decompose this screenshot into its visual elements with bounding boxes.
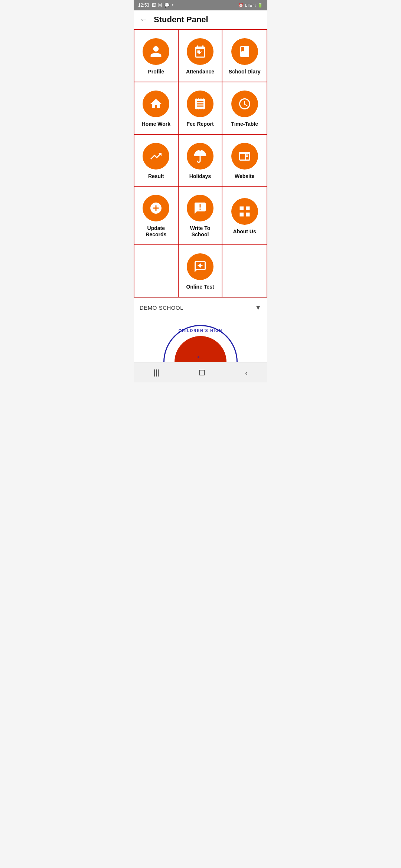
holidays-icon-circle xyxy=(187,143,213,170)
chat-icon: 💬 xyxy=(164,3,170,8)
status-bar: 12:53 🖼 M 💬 • ⏰ LTE↑↓ 🔋 xyxy=(134,0,267,10)
grid-item-empty-1 xyxy=(134,245,179,297)
nav-home-button[interactable]: ☐ xyxy=(191,366,213,379)
nav-bar: ||| ☐ ‹ xyxy=(134,362,267,382)
about-us-label: About Us xyxy=(233,228,256,235)
grid-row-4: Online Test xyxy=(134,245,267,297)
back-chevron-icon: ‹ xyxy=(245,368,248,377)
online-test-icon-circle xyxy=(187,253,213,280)
attendance-label: Attendance xyxy=(186,69,214,75)
alarm-icon: ⏰ xyxy=(238,3,244,8)
profile-label: Profile xyxy=(148,69,164,75)
page-title: Student Panel xyxy=(154,15,208,24)
home-work-label: Home Work xyxy=(142,121,171,127)
grid-item-time-table[interactable]: Time-Table xyxy=(222,82,267,134)
logo-area: CHILDREN'S HIGH E... xyxy=(134,318,267,362)
svg-rect-1 xyxy=(246,156,248,157)
fee-report-icon-circle xyxy=(187,91,213,117)
grid-item-fee-report[interactable]: Fee Report xyxy=(179,82,223,134)
mail-icon: M xyxy=(158,3,162,8)
grid-row-1: Home WorkFee ReportTime-Table xyxy=(134,82,267,135)
grid-item-result[interactable]: Result xyxy=(134,135,179,186)
menu-lines-icon: ||| xyxy=(153,368,159,377)
holidays-label: Holidays xyxy=(189,173,211,180)
nav-menu-button[interactable]: ||| xyxy=(146,366,167,379)
svg-rect-0 xyxy=(246,154,248,155)
grid-row-0: ProfileAttendanceSchool Diary xyxy=(134,30,267,82)
grid-item-update-records[interactable]: Update Records xyxy=(134,187,179,244)
write-to-school-icon-circle xyxy=(187,195,213,221)
write-to-school-label: Write To School xyxy=(182,225,218,238)
battery-icon: 🔋 xyxy=(258,3,263,8)
dot-icon: • xyxy=(172,3,173,8)
header: ← Student Panel xyxy=(134,10,267,29)
time-table-label: Time-Table xyxy=(231,121,258,127)
update-records-icon-circle xyxy=(143,195,169,221)
grid-item-holidays[interactable]: Holidays xyxy=(179,135,223,186)
grid-item-home-work[interactable]: Home Work xyxy=(134,82,179,134)
status-left: 12:53 🖼 M 💬 • xyxy=(138,3,173,8)
photo-icon: 🖼 xyxy=(151,3,156,8)
nav-back-button[interactable]: ‹ xyxy=(238,366,255,379)
school-selector[interactable]: DEMO SCHOOL ▼ xyxy=(134,297,267,318)
grid-item-empty-2 xyxy=(222,245,267,297)
school-diary-icon-circle xyxy=(231,38,258,65)
dropdown-arrow-icon: ▼ xyxy=(255,304,261,312)
result-label: Result xyxy=(148,173,164,180)
grid-item-website[interactable]: Website xyxy=(222,135,267,186)
website-label: Website xyxy=(235,173,254,180)
update-records-label: Update Records xyxy=(138,225,174,238)
home-work-icon-circle xyxy=(143,91,169,117)
fee-report-label: Fee Report xyxy=(186,121,213,127)
website-icon-circle xyxy=(231,143,258,170)
about-us-icon-circle xyxy=(231,198,258,225)
attendance-icon-circle xyxy=(187,38,213,65)
profile-icon-circle xyxy=(143,38,169,65)
online-test-label: Online Test xyxy=(186,284,214,290)
signal-icon: LTE↑↓ xyxy=(245,3,256,7)
school-logo: CHILDREN'S HIGH E... xyxy=(163,325,238,362)
grid-item-about-us[interactable]: About Us xyxy=(222,187,267,244)
menu-grid: ProfileAttendanceSchool DiaryHome WorkFe… xyxy=(134,29,267,297)
grid-item-profile[interactable]: Profile xyxy=(134,30,179,82)
school-name: DEMO SCHOOL xyxy=(140,305,183,311)
back-button[interactable]: ← xyxy=(140,15,148,24)
school-diary-label: School Diary xyxy=(229,69,261,75)
logo-text-bottom: E... xyxy=(163,356,238,359)
grid-row-3: Update RecordsWrite To SchoolAbout Us xyxy=(134,187,267,245)
time-table-icon-circle xyxy=(231,91,258,117)
grid-row-2: ResultHolidaysWebsite xyxy=(134,135,267,187)
result-icon-circle xyxy=(143,143,169,170)
grid-item-school-diary[interactable]: School Diary xyxy=(222,30,267,82)
status-right: ⏰ LTE↑↓ 🔋 xyxy=(238,3,263,8)
grid-item-write-to-school[interactable]: Write To School xyxy=(179,187,223,244)
home-square-icon: ☐ xyxy=(199,368,205,377)
logo-text-top: CHILDREN'S HIGH xyxy=(163,329,238,333)
grid-item-attendance[interactable]: Attendance xyxy=(179,30,223,82)
grid-item-online-test[interactable]: Online Test xyxy=(179,245,223,297)
status-time: 12:53 xyxy=(138,3,149,8)
